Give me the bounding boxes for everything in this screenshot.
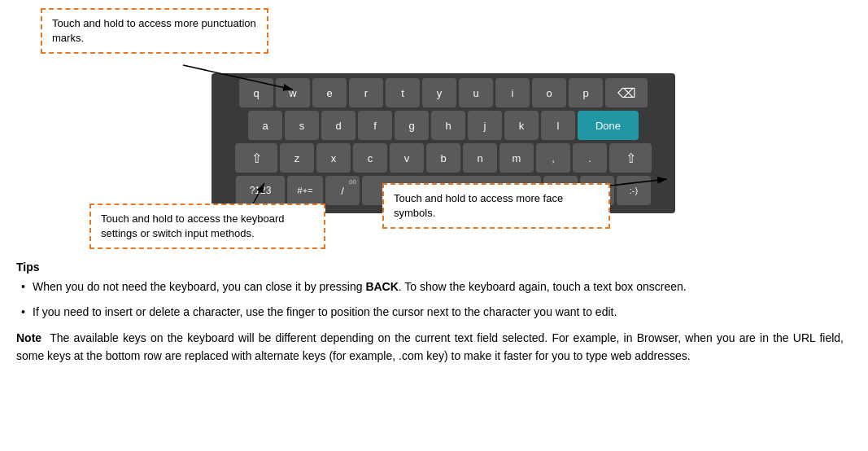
key-s[interactable]: s <box>285 111 319 140</box>
key-c[interactable]: c <box>353 143 387 173</box>
note-text: The available keys on the keyboard will … <box>16 331 844 362</box>
key-n[interactable]: n <box>463 143 497 173</box>
callout-bottom-right-text: Touch and hold to access more face symbo… <box>394 192 563 219</box>
key-period[interactable]: . <box>573 143 607 173</box>
key-z[interactable]: z <box>280 143 314 173</box>
key-y[interactable]: y <box>422 78 456 107</box>
key-m[interactable]: m <box>499 143 534 173</box>
callout-top-text: Touch and hold to access more punctuatio… <box>52 17 256 44</box>
key-u[interactable]: u <box>459 78 493 107</box>
key-shift-left[interactable]: ⇧ <box>235 143 277 173</box>
key-f[interactable]: f <box>358 111 392 140</box>
key-j[interactable]: j <box>468 111 502 140</box>
key-t[interactable]: t <box>386 78 420 107</box>
slash-superscript: 00 <box>349 178 356 186</box>
key-q[interactable]: q <box>239 78 273 107</box>
key-r[interactable]: r <box>349 78 383 107</box>
key-slash[interactable]: / 00 <box>325 176 360 205</box>
key-x[interactable]: x <box>316 143 351 173</box>
key-backspace[interactable]: ⌫ <box>605 78 648 107</box>
key-k[interactable]: k <box>504 111 539 140</box>
key-l[interactable]: l <box>541 111 575 140</box>
key-done[interactable]: Done <box>578 111 639 140</box>
tips-item-1: When you do not need the keyboard, you c… <box>16 278 844 296</box>
key-p[interactable]: p <box>569 78 603 107</box>
key-row-2: a s d f g h j k l Done <box>215 111 672 140</box>
key-smiley[interactable]: :-) <box>617 176 651 205</box>
callout-bottom-left-text: Touch and hold to access the keyboard se… <box>101 212 284 239</box>
callout-bottom-left: Touch and hold to access the keyboard se… <box>89 204 325 249</box>
key-a[interactable]: a <box>248 111 282 140</box>
key-special[interactable]: #+= <box>287 176 323 205</box>
callout-bottom-right: Touch and hold to access more face symbo… <box>382 183 610 229</box>
note-section: Note The available keys on the keyboard … <box>16 329 844 366</box>
key-v[interactable]: v <box>390 143 424 173</box>
key-shift-right[interactable]: ⇧ <box>609 143 652 173</box>
key-i[interactable]: i <box>495 78 530 107</box>
key-row-3: ⇧ z x c v b n m , . ⇧ <box>215 143 672 173</box>
key-b[interactable]: b <box>426 143 460 173</box>
note-label: Note <box>16 331 41 344</box>
key-e[interactable]: e <box>312 78 347 107</box>
tips-title: Tips <box>16 261 844 274</box>
key-g[interactable]: g <box>395 111 429 140</box>
key-o[interactable]: o <box>532 78 566 107</box>
key-d[interactable]: d <box>321 111 355 140</box>
key-comma[interactable]: , <box>536 143 570 173</box>
key-row-1: q w e r t y u i o p ⌫ <box>215 78 672 107</box>
key-w[interactable]: w <box>276 78 310 107</box>
callout-top: Touch and hold to access more punctuatio… <box>41 8 268 54</box>
tips-section: Tips When you do not need the keyboard, … <box>16 261 852 366</box>
key-h[interactable]: h <box>431 111 465 140</box>
key-num[interactable]: ?123 <box>236 176 285 205</box>
tips-item-2: If you need to insert or delete a charac… <box>16 304 844 321</box>
tips-list: When you do not need the keyboard, you c… <box>16 278 844 321</box>
